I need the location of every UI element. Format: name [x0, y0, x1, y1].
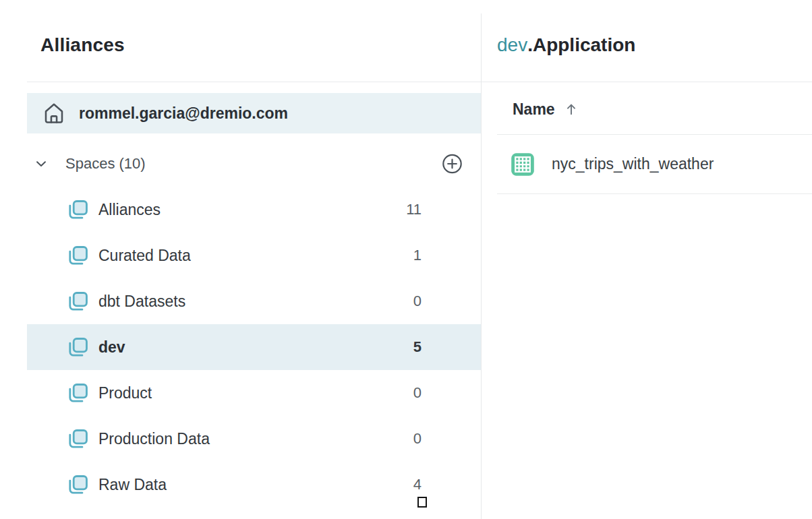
space-list-item[interactable]: Product 0	[27, 370, 481, 416]
space-content-panel: dev.Application Name	[482, 0, 812, 519]
space-dataset-count: 4	[413, 476, 422, 493]
space-dataset-count: 5	[413, 338, 422, 356]
space-list-item[interactable]: dbt Datasets 0	[27, 278, 481, 324]
home-space-item[interactable]: rommel.garcia@dremio.com	[27, 93, 481, 133]
space-dataset-count: 0	[413, 293, 422, 310]
sort-ascending-icon	[564, 102, 579, 117]
layered-squares-icon	[67, 336, 90, 359]
missing-glyph-box	[417, 497, 427, 508]
dataset-table: nyc_trips_with_weather	[497, 135, 812, 193]
layered-squares-icon	[67, 198, 90, 221]
layered-squares-icon	[67, 427, 90, 450]
space-name: Alliances	[98, 201, 161, 219]
space-list-item[interactable]: Curated Data 1	[27, 233, 481, 278]
spaces-sidebar: Alliances rommel.garcia@dremio.com Space…	[0, 0, 481, 519]
space-name: dbt Datasets	[98, 293, 185, 311]
space-list-item[interactable]: Alliances 11	[27, 187, 481, 233]
divider	[27, 82, 481, 82]
space-dataset-count: 1	[413, 247, 422, 264]
breadcrumb-separator: .	[527, 34, 533, 55]
divider	[482, 82, 812, 82]
dremio-catalog-page: Alliances rommel.garcia@dremio.com Space…	[0, 0, 812, 519]
layered-squares-icon	[67, 473, 90, 496]
space-name: Production Data	[98, 430, 210, 448]
space-name: dev	[98, 338, 125, 357]
chevron-down-icon[interactable]	[34, 156, 49, 171]
divider	[497, 193, 812, 194]
space-list-item[interactable]: Raw Data 4	[27, 462, 481, 508]
add-space-button[interactable]	[441, 153, 463, 175]
column-header-name[interactable]: Name	[513, 90, 579, 128]
home-space-label: rommel.garcia@dremio.com	[79, 104, 288, 123]
sidebar-title: Alliances	[40, 34, 125, 56]
spaces-list: Alliances 11 Curated Data 1	[27, 187, 481, 508]
breadcrumb-space[interactable]: dev	[497, 34, 527, 55]
home-icon	[42, 101, 66, 125]
space-list-item[interactable]: Production Data 0	[27, 416, 481, 462]
space-name: Raw Data	[98, 476, 167, 494]
layered-squares-icon	[67, 290, 90, 313]
name-column-label: Name	[513, 100, 555, 119]
spaces-section-label: Spaces (10)	[65, 155, 146, 173]
layered-squares-icon	[67, 244, 90, 267]
space-name: Product	[98, 384, 152, 402]
layered-squares-icon	[67, 381, 90, 404]
dataset-row[interactable]: nyc_trips_with_weather	[497, 135, 812, 193]
breadcrumb-folder: Application	[533, 34, 635, 55]
space-dataset-count: 11	[406, 201, 422, 218]
breadcrumb-title: dev.Application	[497, 34, 635, 56]
space-list-item[interactable]: dev 5	[27, 324, 481, 370]
space-dataset-count: 0	[413, 430, 422, 448]
space-name: Curated Data	[98, 247, 191, 265]
spaces-section-header: Spaces (10)	[27, 149, 481, 179]
space-dataset-count: 0	[413, 384, 422, 402]
dataset-name: nyc_trips_with_weather	[552, 155, 714, 173]
dataset-grid-icon	[511, 152, 535, 177]
